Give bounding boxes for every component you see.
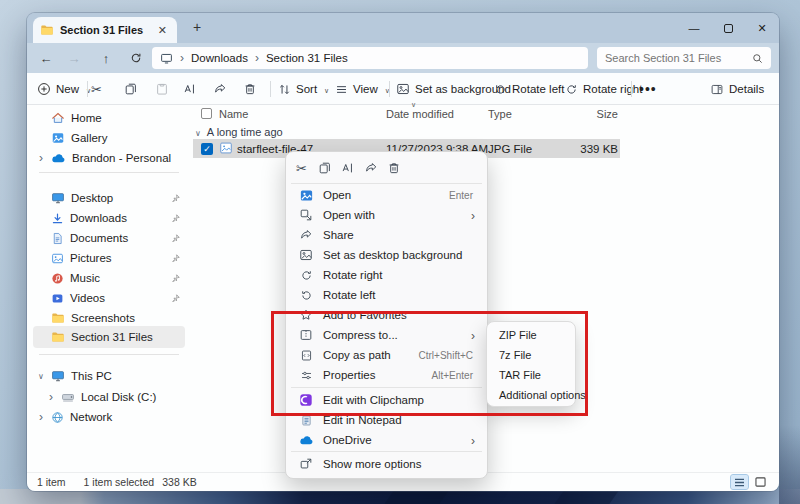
menu-item-open[interactable]: Open Enter (290, 185, 483, 205)
chevron-right-icon[interactable] (47, 390, 55, 404)
back-button[interactable]: ← (33, 43, 59, 73)
new-tab-button[interactable]: + (193, 19, 201, 35)
sidebar-item-downloads[interactable]: Downloads (33, 208, 185, 228)
music-icon (51, 272, 64, 285)
rotate-left-button[interactable]: Rotate left (494, 73, 564, 105)
rotate-right-icon (565, 83, 578, 96)
sidebar-item-this-pc[interactable]: This PC (33, 366, 185, 386)
onedrive-icon (51, 152, 66, 164)
sidebar-item-local-disk-c[interactable]: Local Disk (C:) (33, 387, 185, 407)
sidebar-item-desktop[interactable]: Desktop (33, 188, 185, 208)
copy-icon[interactable] (317, 157, 332, 179)
menu-item-show-more-options[interactable]: Show more options (290, 454, 483, 474)
select-all-checkbox[interactable] (201, 108, 212, 119)
maximize-button[interactable] (711, 13, 745, 43)
rotate-left-icon (494, 83, 507, 96)
sidebar-item-screenshots[interactable]: Screenshots (33, 308, 185, 328)
sidebar-item-documents[interactable]: Documents (33, 228, 185, 248)
explorer-tab[interactable]: Section 31 Files ✕ (33, 17, 177, 43)
view-button[interactable]: View (335, 73, 390, 105)
sidebar-item-home[interactable]: Home (33, 108, 185, 128)
downloads-icon (51, 212, 64, 225)
search-input[interactable] (605, 52, 752, 64)
pin-icon (170, 233, 181, 244)
delete-icon[interactable] (386, 157, 401, 179)
sidebar-label: Section 31 Files (71, 331, 153, 343)
sidebar-label: Network (70, 411, 112, 423)
chevron-down-icon (322, 83, 329, 95)
onedrive-icon (298, 434, 314, 446)
sidebar-item-pictures[interactable]: Pictures (33, 248, 185, 268)
breadcrumb-downloads[interactable]: Downloads (191, 52, 248, 64)
large-thumbnails-view-toggle[interactable] (752, 475, 769, 489)
sidebar-item-section-31-files[interactable]: Section 31 Files (33, 326, 185, 348)
tab-close-icon[interactable]: ✕ (155, 24, 170, 37)
chevron-right-icon[interactable] (37, 410, 45, 424)
column-type[interactable]: Type (488, 108, 512, 120)
menu-item-onedrive[interactable]: OneDrive (290, 430, 483, 450)
sidebar-label: Local Disk (C:) (81, 391, 156, 403)
column-date-modified[interactable]: Date modified (386, 108, 454, 120)
share-button[interactable] (213, 73, 227, 105)
sort-button[interactable]: Sort (278, 73, 329, 105)
details-pane-button[interactable]: Details (710, 73, 764, 105)
copy-button[interactable] (124, 73, 138, 105)
rename-icon[interactable] (340, 157, 355, 179)
column-name[interactable]: Name (219, 108, 248, 120)
sidebar-item-gallery[interactable]: Gallery (33, 128, 185, 148)
chevron-right-icon[interactable] (37, 151, 45, 165)
cut-icon[interactable]: ✂ (294, 157, 309, 179)
up-button[interactable]: ↑ (93, 43, 119, 73)
row-checkbox-checked[interactable]: ✓ (201, 143, 213, 155)
cut-button[interactable]: ✂ (91, 73, 102, 105)
tab-title: Section 31 Files (60, 24, 149, 36)
sidebar-item-videos[interactable]: Videos (33, 288, 185, 308)
details-view-toggle[interactable] (731, 475, 748, 489)
minimize-button[interactable]: — (677, 13, 711, 43)
breadcrumb[interactable]: Downloads Section 31 Files (152, 47, 588, 69)
gallery-icon (51, 131, 65, 145)
chevron-down-icon[interactable] (37, 372, 45, 381)
details-pane-icon (710, 83, 724, 96)
address-row: ← → ↑ Downloads Section 31 Files (27, 43, 779, 73)
folder-icon (40, 23, 54, 37)
sidebar-item-network[interactable]: Network (33, 407, 185, 427)
paste-button[interactable] (155, 73, 169, 105)
group-header[interactable]: A long time ago (195, 126, 283, 138)
search-box[interactable] (597, 47, 771, 69)
menu-item-open-with[interactable]: Open with (290, 205, 483, 225)
column-size[interactable]: Size (573, 108, 618, 120)
delete-button[interactable] (243, 73, 257, 105)
image-icon (298, 248, 314, 262)
rotate-right-label: Rotate right (583, 83, 642, 95)
menu-item-rotate-right[interactable]: Rotate right (290, 265, 483, 285)
details-label: Details (729, 83, 764, 95)
folder-icon (51, 311, 65, 325)
menu-item-set-as-desktop-background[interactable]: Set as desktop background (290, 245, 483, 265)
pin-icon (170, 253, 181, 264)
view-label: View (353, 83, 378, 95)
breadcrumb-current-folder[interactable]: Section 31 Files (266, 52, 348, 64)
sidebar-label: Pictures (70, 252, 112, 264)
home-icon (51, 111, 65, 125)
chevron-down-icon (195, 126, 201, 138)
forward-button[interactable]: → (61, 43, 87, 73)
share-icon[interactable] (363, 157, 378, 179)
selection-count: 1 item selected (84, 476, 155, 488)
menu-item-share[interactable]: Share (290, 225, 483, 245)
sidebar-label: Downloads (70, 212, 127, 224)
jpg-file-icon (219, 141, 233, 155)
desktop-icon (51, 191, 65, 205)
menu-item-rotate-left[interactable]: Rotate left (290, 285, 483, 305)
new-button[interactable]: New (37, 73, 91, 105)
close-button[interactable]: ✕ (745, 13, 779, 43)
more-options-button[interactable]: ••• (639, 73, 657, 105)
sidebar-item-music[interactable]: Music (33, 268, 185, 288)
rename-button[interactable] (182, 73, 197, 105)
disk-icon (61, 390, 75, 404)
refresh-button[interactable] (123, 43, 149, 73)
sidebar-label: Brandon - Personal (72, 152, 171, 164)
rotate-right-icon (298, 269, 314, 282)
sidebar-item-onedrive-personal[interactable]: Brandon - Personal (33, 148, 185, 168)
group-label: A long time ago (207, 126, 283, 138)
